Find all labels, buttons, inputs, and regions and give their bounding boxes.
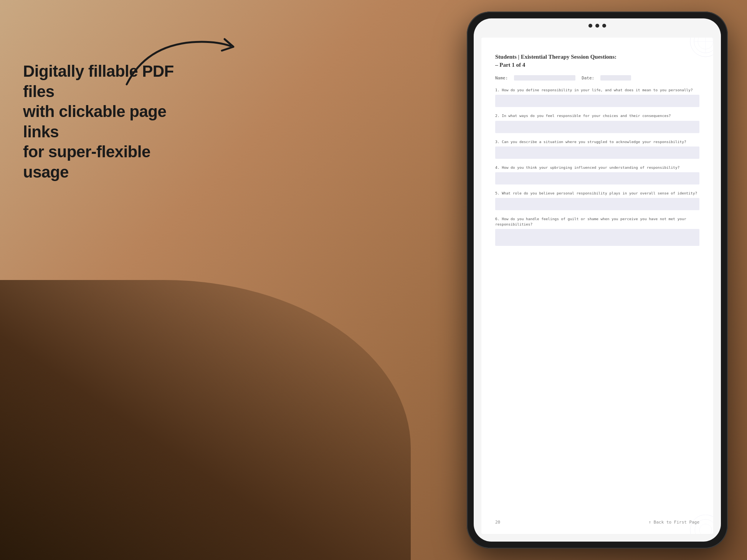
camera-dot-3 [602, 24, 606, 28]
tablet: Students | Existential Therapy Session Q… [467, 12, 728, 548]
header-decoration [667, 38, 713, 61]
name-field[interactable] [514, 75, 575, 81]
svg-point-1 [694, 38, 713, 53]
question-4: 4. How do you think your upbringing infl… [495, 165, 699, 184]
footer-decoration [667, 515, 713, 534]
question-3-text: 3. Can you describe a situation where yo… [495, 139, 699, 144]
question-6-text: 6. How do you handle feelings of guilt o… [495, 216, 699, 227]
svg-point-7 [699, 524, 712, 534]
question-1: 1. How do you define responsibility in y… [495, 87, 699, 107]
date-field[interactable] [600, 75, 631, 81]
question-5: 5. What role do you believe personal res… [495, 191, 699, 210]
promo-line2: with clickable page links [23, 102, 166, 141]
answer-box-3[interactable] [495, 147, 699, 159]
pdf-page-number: 20 [495, 520, 500, 525]
pdf-page: Students | Existential Therapy Session Q… [481, 38, 713, 534]
question-4-text: 4. How do you think your upbringing infl… [495, 165, 699, 170]
camera-dot-1 [588, 24, 592, 28]
tablet-camera [588, 24, 606, 28]
answer-box-1[interactable] [495, 95, 699, 107]
svg-point-5 [690, 515, 713, 534]
question-2: 2. In what ways do you feel responsible … [495, 113, 699, 133]
question-6: 6. How do you handle feelings of guilt o… [495, 216, 699, 246]
answer-box-4[interactable] [495, 172, 699, 184]
question-2-text: 2. In what ways do you feel responsible … [495, 113, 699, 118]
camera-dot-2 [595, 24, 599, 28]
answer-box-2[interactable] [495, 121, 699, 133]
name-label: Name: [495, 76, 508, 81]
pdf-title-line2: – Part 1 of 4 [495, 62, 525, 68]
question-5-text: 5. What role do you believe personal res… [495, 191, 699, 196]
answer-box-5[interactable] [495, 198, 699, 210]
answer-box-6[interactable] [495, 229, 699, 246]
svg-point-6 [695, 519, 713, 534]
tablet-frame: Students | Existential Therapy Session Q… [467, 12, 728, 548]
promo-line3: for super-flexible usage [23, 143, 150, 181]
left-promo-text: Digitally fillable PDF files with clicka… [23, 61, 184, 182]
promo-line1: Digitally fillable PDF files [23, 62, 174, 100]
date-label: Date: [582, 76, 594, 81]
question-3: 3. Can you describe a situation where yo… [495, 139, 699, 159]
question-1-text: 1. How do you define responsibility in y… [495, 87, 699, 92]
tablet-screen: Students | Existential Therapy Session Q… [474, 18, 721, 542]
svg-point-0 [690, 38, 713, 57]
promo-label: Digitally fillable PDF files with clicka… [23, 61, 184, 182]
pdf-name-date-row: Name: Date: [495, 75, 699, 81]
pdf-title-line1: Students | Existential Therapy Session Q… [495, 54, 616, 60]
